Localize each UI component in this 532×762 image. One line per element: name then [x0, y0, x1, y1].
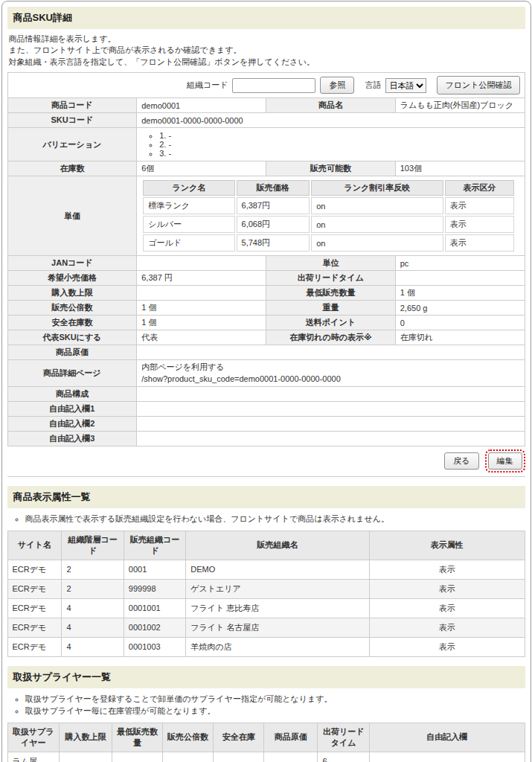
field-value — [137, 256, 266, 271]
field-value: 6,387 円 — [137, 271, 266, 286]
field-label: バリエーション — [7, 128, 137, 161]
field-value: 2,650 g — [395, 301, 525, 316]
list-item: 取扱サプライヤーを登録することで卸単価のサプライヤー指定が可能となります。 — [25, 694, 525, 705]
detail-page-mode: 内部ページを利用する — [141, 362, 519, 373]
cell: フライト 恵比寿店 — [186, 598, 370, 618]
table-row: JANコード 単位 pc — [7, 256, 525, 271]
field-label: 販売可能数 — [266, 161, 396, 176]
cell: 表示 — [445, 216, 515, 233]
edit-button[interactable]: 編集 — [488, 452, 522, 470]
variation-list: 1. -2. -3. - — [159, 131, 519, 158]
back-button[interactable]: 戻る — [444, 452, 478, 470]
field-value: 1 個 — [137, 301, 266, 316]
table-row: 自由記入欄1 — [7, 401, 525, 416]
cell: 4 — [62, 598, 124, 618]
field-value: demo0001 — [137, 98, 266, 113]
field-label: 単価 — [7, 176, 137, 256]
table-row: ゴールド5,748円on表示 — [143, 234, 514, 252]
field-value — [137, 416, 525, 431]
column-header: サイト名 — [7, 531, 62, 560]
cell: ECRデモ — [7, 598, 62, 618]
table-row: ECRデモ2999998ゲストエリア表示 — [7, 579, 525, 598]
cell: on — [311, 216, 443, 233]
column-header: 表示区分 — [445, 180, 515, 196]
display-attr-section: 商品表示属性一覧 商品表示属性で表示する販売組織設定を行わない場合、フロントサイ… — [7, 486, 525, 657]
field-label: 最低販売数量 — [266, 286, 396, 301]
field-label: 単位 — [266, 256, 396, 271]
language-label: 言語 — [365, 80, 381, 91]
field-label: 購入数上限 — [7, 286, 137, 301]
cell: on — [311, 234, 443, 252]
table-row: ECRデモ40001002フライト 名古屋店表示 — [7, 618, 525, 637]
language-select[interactable]: 日本語 — [385, 78, 426, 93]
column-header: 取扱サプライヤー — [7, 723, 60, 752]
page-title: 商品SKU詳細 — [7, 7, 525, 29]
column-header: 安全在庫 — [214, 723, 264, 752]
table-row: バリエーション 1. -2. -3. - — [7, 128, 525, 161]
cell — [112, 752, 162, 762]
field-value — [137, 431, 525, 446]
cell: ECRデモ — [7, 618, 62, 637]
cell: ECRデモ — [7, 560, 62, 579]
table-row: ラム屋6 — [7, 752, 525, 762]
cell — [162, 752, 213, 762]
cell: ECRデモ — [7, 637, 62, 656]
column-header: 出荷リードタイム — [318, 723, 370, 752]
cell: 表示 — [369, 618, 525, 637]
field-value: 0 — [395, 316, 525, 330]
table-row: 販売公倍数 1 個 重量 2,650 g — [7, 301, 525, 316]
field-value: 代表 — [137, 330, 266, 345]
table-row: ECRデモ40001003羊焼肉の店表示 — [7, 637, 525, 656]
field-value — [395, 271, 525, 286]
table-header-row: ランク名販売価格ランク割引率反映表示区分 — [143, 180, 514, 196]
section-notes: 取扱サプライヤーを登録することで卸単価のサプライヤー指定が可能となります。取扱サ… — [25, 694, 525, 717]
field-label: JANコード — [7, 256, 137, 271]
field-label: 出荷リードタイム — [266, 271, 396, 286]
field-label: 商品名 — [266, 98, 396, 113]
cell — [214, 752, 264, 762]
field-value: ランク名販売価格ランク割引率反映表示区分 標準ランク6,387円on表示シルバー… — [137, 176, 525, 256]
table-row: 在庫数 6個 販売可能数 103個 — [7, 161, 525, 176]
field-label: 自由記入欄1 — [7, 401, 137, 416]
cell: 羊焼肉の店 — [186, 637, 370, 656]
action-bar: 戻る 編集 — [7, 446, 525, 477]
list-item: 1. - — [159, 131, 519, 140]
cell: 標準ランク — [143, 197, 234, 214]
field-label: 自由記入欄3 — [7, 431, 137, 446]
table-row: 自由記入欄2 — [7, 416, 525, 431]
cell — [369, 752, 525, 762]
rank-price-table: ランク名販売価格ランク割引率反映表示区分 標準ランク6,387円on表示シルバー… — [141, 179, 516, 253]
table-row: 商品詳細ページ 内部ページを利用する /show?product_sku_cod… — [7, 360, 525, 387]
toolbar: 組織コード 参照 言語 日本語 フロント公開確認 — [7, 72, 525, 97]
field-label: 希望小売価格 — [7, 271, 137, 286]
supplier-table: 取扱サプライヤー購入数上限最低販売数量販売公倍数安全在庫商品原価出荷リードタイム… — [7, 723, 525, 762]
field-value: 1 個 — [395, 286, 525, 301]
table-row: ECRデモ40001001フライト 恵比寿店表示 — [7, 598, 525, 618]
intro-text: 商品情報詳細を表示します。また、フロントサイト上で商品が表示されるか確認できます… — [9, 33, 524, 68]
org-code-input[interactable] — [232, 78, 315, 93]
cell: ECRデモ — [7, 579, 62, 598]
section-title-supplier: 取扱サプライヤー一覧 — [7, 666, 525, 688]
column-header: 表示属性 — [369, 531, 525, 560]
table-row: 自由記入欄3 — [7, 431, 525, 446]
browse-button[interactable]: 参照 — [320, 77, 354, 94]
front-check-button[interactable]: フロント公開確認 — [437, 76, 519, 95]
column-header: 自由記入欄 — [369, 723, 525, 752]
column-header: 購入数上限 — [60, 723, 112, 752]
table-row: シルバー6,068円on表示 — [143, 216, 514, 233]
cell: 6,068円 — [237, 216, 310, 233]
list-item: 2. - — [159, 140, 519, 149]
cell: ゴールド — [143, 234, 234, 252]
cell: 表示 — [369, 637, 525, 656]
cell: 0001002 — [124, 618, 185, 637]
field-label: 在庫数 — [7, 161, 137, 176]
list-item: 商品情報詳細を表示します。 — [9, 33, 524, 45]
cell — [264, 752, 318, 762]
field-value: pc — [395, 256, 525, 271]
field-value: demo0001-0000-0000-0000 — [137, 113, 525, 128]
cell: 表示 — [369, 579, 525, 598]
column-header: 販売組織名 — [186, 531, 370, 560]
field-label: 商品詳細ページ — [7, 360, 137, 387]
column-header: 販売価格 — [237, 180, 310, 196]
cell: on — [311, 197, 443, 214]
